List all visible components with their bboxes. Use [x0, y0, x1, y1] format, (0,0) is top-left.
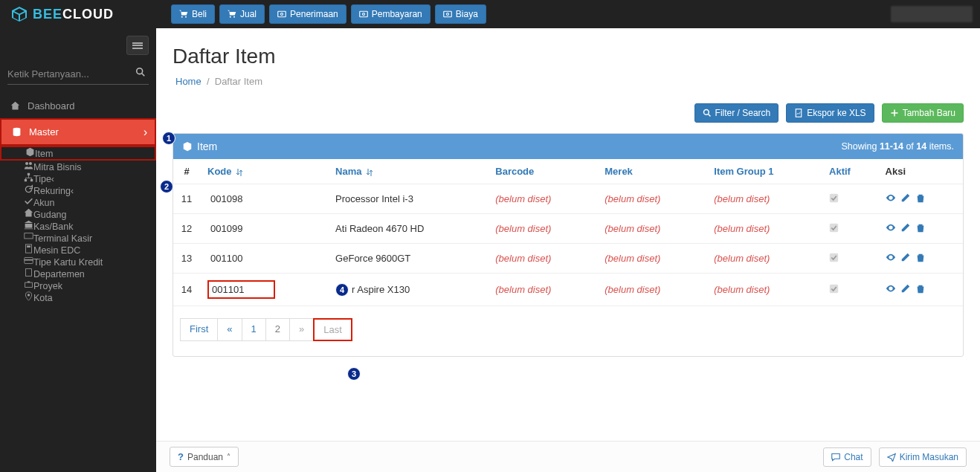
search-icon[interactable]: [135, 67, 146, 80]
home-icon: [24, 208, 33, 218]
sidebar-item-kota[interactable]: Kota: [0, 291, 156, 303]
penerimaan-label: Penerimaan: [290, 9, 338, 19]
sidebar-item-edc[interactable]: Mesin EDC: [0, 244, 156, 256]
col-aktif[interactable]: Aktif: [822, 159, 878, 184]
view-icon[interactable]: [886, 193, 896, 205]
sort-icon: [366, 169, 373, 176]
sidebar-item-tipe[interactable]: Tipe‹: [0, 172, 156, 184]
row-aksi: [878, 184, 963, 214]
feedback-label: Kirim Masukan: [900, 452, 958, 462]
departemen-label: Departemen: [33, 269, 85, 279]
sidebar-item-kasbank[interactable]: Kas/Bank: [0, 220, 156, 232]
annotation-badge-4: 4: [335, 283, 349, 297]
svg-line-11: [142, 74, 145, 77]
sidebar-item-master[interactable]: Master: [0, 118, 156, 146]
beli-button[interactable]: Beli: [171, 4, 215, 24]
svg-point-13: [25, 162, 28, 165]
biaya-button[interactable]: Biaya: [435, 4, 486, 24]
svg-point-10: [137, 68, 143, 74]
sidebar-item-item[interactable]: Item: [0, 146, 156, 161]
row-merek: (belum diset): [597, 184, 706, 214]
sidebar-item-cc[interactable]: Tipe Kartu Kredit: [0, 256, 156, 268]
pagination-row: First « 1 2 » Last: [173, 306, 963, 356]
penerimaan-button[interactable]: Penerimaan: [269, 4, 346, 24]
pagination: First « 1 2 » Last: [181, 318, 352, 341]
row-merek: (belum diset): [597, 244, 706, 274]
panduan-button[interactable]: ?Panduan ˄: [170, 447, 239, 467]
row-kode: 001100: [200, 244, 328, 274]
delete-icon[interactable]: [915, 222, 926, 235]
filter-button[interactable]: Filter / Search: [694, 103, 779, 123]
edit-icon[interactable]: [900, 252, 911, 265]
breadcrumb-home[interactable]: Home: [175, 76, 202, 87]
page-first[interactable]: First: [180, 318, 218, 341]
sidebar-item-departemen[interactable]: Departemen: [0, 268, 156, 279]
sidebar-item-gudang[interactable]: Gudang: [0, 208, 156, 220]
col-merek[interactable]: Merek: [597, 159, 706, 184]
master-label: Master: [29, 126, 59, 138]
sidebar-item-dashboard[interactable]: Dashboard: [0, 94, 156, 118]
svg-point-25: [28, 294, 30, 296]
col-nama[interactable]: Nama: [328, 159, 488, 184]
row-aktif: [822, 274, 878, 306]
jual-button[interactable]: Jual: [219, 4, 265, 24]
edit-icon[interactable]: [900, 283, 911, 296]
item-table: # Kode Nama Barcode Merek Item Group 1 A…: [173, 159, 963, 306]
page-title: Daftar Item: [173, 45, 964, 68]
row-group: (belum diset): [706, 184, 822, 214]
sidebar-item-proyek[interactable]: Proyek: [0, 279, 156, 291]
annotation-badge-2: 2: [160, 180, 173, 193]
row-aktif: [822, 244, 878, 274]
add-label: Tambah Baru: [903, 108, 955, 118]
sidebar-item-rekuring[interactable]: Rekuring‹: [0, 184, 156, 196]
col-group[interactable]: Item Group 1: [706, 159, 822, 184]
logo: BEECLOUD: [0, 0, 156, 28]
chat-button[interactable]: Chat: [823, 447, 871, 467]
sidebar-item-mitra[interactable]: Mitra Bisnis: [0, 161, 156, 172]
export-button[interactable]: Ekspor ke XLS: [786, 103, 874, 123]
row-kode: 001101: [200, 274, 328, 306]
row-aksi: [878, 214, 963, 244]
feedback-button[interactable]: Kirim Masukan: [879, 447, 967, 467]
delete-icon[interactable]: [915, 283, 926, 296]
chevron-icon: ‹: [51, 174, 54, 184]
pembayaran-button[interactable]: Pembayaran: [351, 4, 431, 24]
col-barcode[interactable]: Barcode: [488, 159, 597, 184]
svg-rect-4: [278, 11, 286, 17]
svg-point-1: [185, 16, 187, 18]
view-icon[interactable]: [886, 252, 896, 265]
view-icon[interactable]: [886, 283, 896, 296]
refresh-icon: [24, 184, 33, 194]
col-kode[interactable]: Kode: [200, 159, 328, 184]
edit-icon[interactable]: [900, 193, 911, 205]
sort-icon: [236, 169, 243, 176]
page-1[interactable]: 1: [242, 318, 266, 341]
delete-icon[interactable]: [915, 193, 926, 205]
jual-label: Jual: [240, 9, 257, 19]
row-nama: Ati Radeon 4670 HD: [328, 214, 488, 244]
export-label: Ekspor ke XLS: [807, 108, 865, 118]
svg-point-26: [703, 110, 709, 115]
svg-rect-6: [360, 11, 368, 17]
row-aksi: [878, 274, 963, 306]
svg-point-5: [281, 13, 283, 16]
cube-icon: [25, 147, 35, 157]
row-kode: 001099: [200, 214, 328, 244]
page-next[interactable]: »: [289, 318, 314, 341]
view-icon[interactable]: [886, 222, 896, 235]
edit-icon[interactable]: [900, 222, 911, 235]
row-group: (belum diset): [706, 274, 822, 306]
chevron-icon: ‹: [71, 186, 74, 196]
page-2[interactable]: 2: [265, 318, 290, 341]
sidebar-item-terminal[interactable]: Terminal Kasir: [0, 232, 156, 244]
svg-point-9: [446, 13, 448, 16]
rekuring-label: Rekuring: [33, 186, 71, 196]
add-button[interactable]: Tambah Baru: [882, 103, 964, 123]
sidebar-item-akun[interactable]: Akun: [0, 196, 156, 208]
delete-icon[interactable]: [915, 252, 926, 265]
search-input[interactable]: [7, 65, 149, 85]
sidebar-toggle-button[interactable]: [126, 36, 149, 55]
row-aktif: [822, 214, 878, 244]
page-last[interactable]: Last: [313, 318, 352, 341]
page-prev[interactable]: «: [217, 318, 242, 341]
